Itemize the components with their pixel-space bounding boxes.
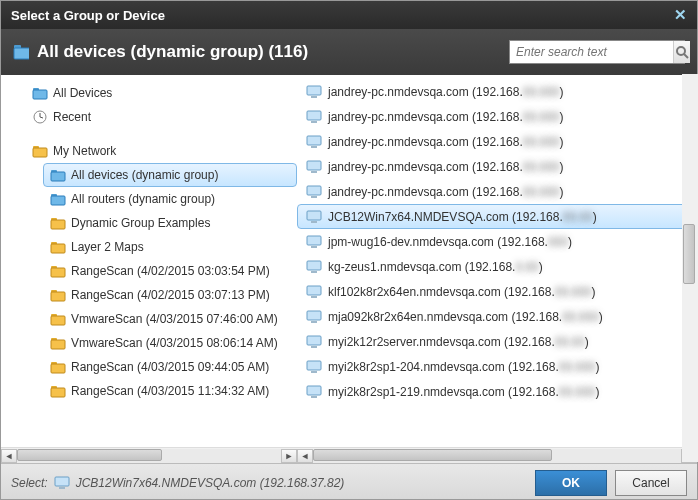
tree-item[interactable]: VmwareScan (4/03/2015 08:06:14 AM) xyxy=(43,331,297,355)
device-icon xyxy=(306,84,322,100)
tree-label: Layer 2 Maps xyxy=(71,240,144,254)
titlebar: Select a Group or Device ✕ xyxy=(1,1,697,29)
tree-item[interactable]: RangeScan (4/02/2015 03:07:13 PM) xyxy=(43,283,297,307)
device-row[interactable]: myi2k8r2sp1-204.nmdevsqa.com (192.168.00… xyxy=(297,354,689,379)
device-row[interactable]: jandrey-pc.nmdevsqa.com (192.168.00.000) xyxy=(297,104,689,129)
device-row[interactable]: mja092k8r2x64en.nmdevsqa.com (192.168.00… xyxy=(297,304,689,329)
tree-item[interactable]: All Devices xyxy=(25,81,297,105)
tree-label: All devices (dynamic group) xyxy=(71,168,218,182)
svg-rect-41 xyxy=(307,211,321,220)
tree-item[interactable]: RangeScan (4/03/2015 09:44:05 AM) xyxy=(43,355,297,379)
svg-rect-53 xyxy=(307,361,321,370)
device-row[interactable]: myi2k8r2sp1-219.nmdevsqa.com (192.168.00… xyxy=(297,379,689,404)
subheader: All devices (dynamic group) (116) xyxy=(1,29,697,75)
svg-rect-50 xyxy=(311,321,317,323)
device-icon xyxy=(306,284,322,300)
device-row[interactable]: jandrey-pc.nmdevsqa.com (192.168.00.000) xyxy=(297,129,689,154)
device-row[interactable]: myi2k12r2server.nmdevsqa.com (192.168.00… xyxy=(297,329,689,354)
search-input[interactable] xyxy=(510,45,673,59)
device-row[interactable]: jandrey-pc.nmdevsqa.com (192.168.00.000) xyxy=(297,154,689,179)
right-hscrollbar[interactable]: ◄► xyxy=(297,447,697,463)
folder-icon xyxy=(50,215,66,231)
device-row[interactable]: klf102k8r2x64en.nmdevsqa.com (192.168.00… xyxy=(297,279,689,304)
svg-rect-44 xyxy=(311,246,317,248)
selection-display: Select: JCB12Win7x64.NMDEVSQA.com (192.1… xyxy=(11,475,344,491)
device-icon xyxy=(306,334,322,350)
tree-item[interactable]: All devices (dynamic group) xyxy=(43,163,297,187)
tree-label: All routers (dynamic group) xyxy=(71,192,215,206)
folder-icon xyxy=(50,311,66,327)
svg-rect-20 xyxy=(51,268,65,277)
svg-rect-10 xyxy=(33,148,47,157)
main: All DevicesRecentMy NetworkAll devices (… xyxy=(1,75,697,463)
device-icon xyxy=(54,475,70,491)
svg-rect-16 xyxy=(51,220,65,229)
device-name: mja092k8r2x64en.nmdevsqa.com (192.168.00… xyxy=(328,310,603,324)
tree-item[interactable]: Dynamic Group Examples xyxy=(43,211,297,235)
svg-rect-22 xyxy=(51,292,65,301)
svg-rect-34 xyxy=(311,121,317,123)
device-icon xyxy=(306,309,322,325)
folder-icon xyxy=(50,167,66,183)
svg-rect-37 xyxy=(307,161,321,170)
tree-item[interactable]: All routers (dynamic group) xyxy=(43,187,297,211)
svg-point-2 xyxy=(677,47,685,55)
svg-rect-46 xyxy=(311,271,317,273)
folder-icon xyxy=(50,335,66,351)
svg-rect-52 xyxy=(311,346,317,348)
left-hscrollbar[interactable]: ◄► xyxy=(1,447,297,463)
svg-rect-47 xyxy=(307,286,321,295)
device-icon xyxy=(306,134,322,150)
svg-rect-39 xyxy=(307,186,321,195)
device-icon xyxy=(306,359,322,375)
search-button[interactable] xyxy=(673,41,690,63)
svg-rect-30 xyxy=(51,388,65,397)
tree-item[interactable]: RangeScan (4/03/2015 11:34:32 AM) xyxy=(43,379,297,403)
svg-rect-5 xyxy=(33,90,47,99)
svg-rect-42 xyxy=(311,221,317,223)
svg-rect-38 xyxy=(311,171,317,173)
vscrollbar[interactable] xyxy=(682,74,698,462)
device-row[interactable]: jandrey-pc.nmdevsqa.com (192.168.00.000) xyxy=(297,179,689,204)
device-row[interactable]: jandrey-pc.nmdevsqa.com (192.168.00.000) xyxy=(297,79,689,104)
svg-rect-18 xyxy=(51,244,65,253)
svg-rect-54 xyxy=(311,371,317,373)
close-icon[interactable]: ✕ xyxy=(674,6,687,24)
tree-label: VmwareScan (4/03/2015 08:06:14 AM) xyxy=(71,336,278,350)
tree-item[interactable]: Layer 2 Maps xyxy=(43,235,297,259)
device-row[interactable]: jpm-wug16-dev.nmdevsqa.com (192.168.000) xyxy=(297,229,689,254)
cancel-button[interactable]: Cancel xyxy=(615,470,687,496)
tree-label: All Devices xyxy=(53,86,112,100)
tree-item[interactable]: VmwareScan (4/03/2015 07:46:00 AM) xyxy=(43,307,297,331)
footer: Select: JCB12Win7x64.NMDEVSQA.com (192.1… xyxy=(1,463,697,500)
subheader-title: All devices (dynamic group) (116) xyxy=(13,42,308,62)
device-name: jandrey-pc.nmdevsqa.com (192.168.00.000) xyxy=(328,160,563,174)
folder-icon xyxy=(32,143,48,159)
svg-rect-26 xyxy=(51,340,65,349)
tree-label: RangeScan (4/02/2015 03:03:54 PM) xyxy=(71,264,270,278)
device-icon xyxy=(306,109,322,125)
device-icon xyxy=(306,259,322,275)
tree-root[interactable]: My Network xyxy=(25,139,297,163)
svg-line-3 xyxy=(684,54,688,58)
clock-icon xyxy=(32,109,48,125)
tree-item[interactable]: RangeScan (4/02/2015 03:03:54 PM) xyxy=(43,259,297,283)
device-name: JCB12Win7x64.NMDEVSQA.com (192.168.00.00… xyxy=(328,210,597,224)
svg-rect-58 xyxy=(59,487,65,489)
list-pane: jandrey-pc.nmdevsqa.com (192.168.00.000)… xyxy=(297,75,697,463)
selected-device-text: JCB12Win7x64.NMDEVSQA.com (192.168.37.82… xyxy=(76,476,345,490)
tree-label: Dynamic Group Examples xyxy=(71,216,210,230)
tree-item[interactable]: Recent xyxy=(25,105,297,129)
tree-label: RangeScan (4/03/2015 09:44:05 AM) xyxy=(71,360,269,374)
group-icon xyxy=(13,44,29,60)
tree-label: RangeScan (4/03/2015 11:34:32 AM) xyxy=(71,384,269,398)
device-name: jandrey-pc.nmdevsqa.com (192.168.00.000) xyxy=(328,110,563,124)
device-row[interactable]: JCB12Win7x64.NMDEVSQA.com (192.168.00.00… xyxy=(297,204,689,229)
device-row[interactable]: kg-zeus1.nmdevsqa.com (192.168.0.00) xyxy=(297,254,689,279)
folder-icon xyxy=(50,287,66,303)
ok-button[interactable]: OK xyxy=(535,470,607,496)
svg-rect-32 xyxy=(311,96,317,98)
device-name: myi2k12r2server.nmdevsqa.com (192.168.00… xyxy=(328,335,589,349)
select-label: Select: xyxy=(11,476,48,490)
svg-rect-43 xyxy=(307,236,321,245)
